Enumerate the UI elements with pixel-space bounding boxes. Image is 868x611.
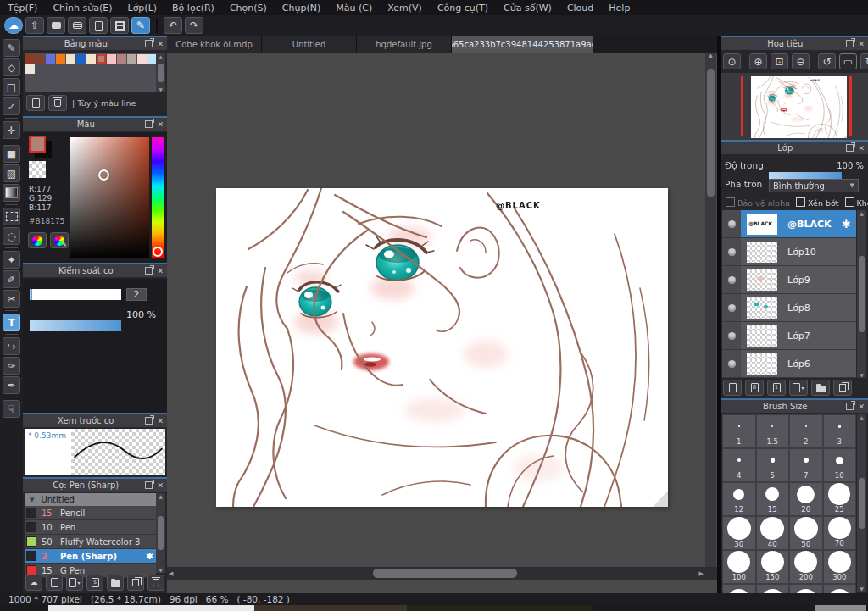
brush-row[interactable]: 10Pen xyxy=(25,520,156,535)
brush-size-cell[interactable]: 150 xyxy=(756,550,790,584)
brush-size-cell[interactable] xyxy=(756,584,790,593)
gear-icon[interactable]: ✱ xyxy=(842,218,851,231)
brush-size-value[interactable]: 2 xyxy=(126,288,147,301)
layer-row[interactable]: Lớp9 xyxy=(722,266,856,294)
color-swatch[interactable] xyxy=(137,54,147,64)
close-icon[interactable]: ✕ xyxy=(157,120,164,129)
doc-s-button[interactable]: s xyxy=(86,575,103,591)
color-swatch[interactable] xyxy=(97,54,106,64)
foreground-color-swatch[interactable] xyxy=(29,136,46,153)
close-icon[interactable]: ✕ xyxy=(157,40,164,48)
layer-option-check[interactable]: Khóa xyxy=(845,198,868,208)
brush-size-cell[interactable]: 15 xyxy=(756,482,790,516)
wheel-pen-button[interactable] xyxy=(50,232,69,248)
close-icon[interactable]: ✕ xyxy=(157,267,164,275)
tool-lasso[interactable]: ◌ xyxy=(3,227,20,245)
layer-visibility-dot[interactable] xyxy=(722,350,741,377)
tool-select-pen[interactable]: ✐ xyxy=(3,270,20,288)
copy-button[interactable] xyxy=(127,575,144,591)
navigator-header[interactable]: Hoa tiêu ✕ xyxy=(721,37,868,50)
sv-marker[interactable] xyxy=(98,169,109,181)
gear-icon[interactable]: ✱ xyxy=(146,551,153,562)
document-button[interactable] xyxy=(89,17,108,34)
menu-item[interactable]: Tệp(F) xyxy=(0,3,45,14)
doc-button[interactable] xyxy=(723,380,742,396)
tool-brush[interactable]: ✎ xyxy=(3,39,20,57)
brush-list-header[interactable]: Cọ: Pen (Sharp) ✕ xyxy=(23,479,167,492)
popout-icon[interactable] xyxy=(846,40,854,47)
canvas-horizontal-scrollbar[interactable]: ◀▶ xyxy=(167,567,719,580)
rotate-left-button[interactable]: ↺ xyxy=(818,53,836,69)
doc8-button[interactable]: 8 xyxy=(745,380,764,396)
brush-size-cell[interactable] xyxy=(722,584,756,593)
tool-gradient[interactable] xyxy=(3,184,20,202)
wheel-button[interactable] xyxy=(28,232,47,248)
cloud-sync-button[interactable]: ☁ xyxy=(4,17,23,34)
brush-size-cell[interactable]: 1 xyxy=(722,414,756,448)
brush-row[interactable]: 2Pen (Sharp)✱ xyxy=(25,549,156,564)
document-tab[interactable]: hqdefault.jpg xyxy=(357,36,452,53)
tool-magic-wand[interactable]: ✦ xyxy=(3,251,20,269)
brush-size-cell[interactable]: 2 xyxy=(789,414,823,448)
color-swatch[interactable] xyxy=(25,54,35,64)
brush-size-scrollbar[interactable]: ▲▼ xyxy=(857,414,866,592)
popout-icon[interactable] xyxy=(145,40,153,47)
popout-icon[interactable] xyxy=(145,267,153,275)
navigator-thumbnail[interactable] xyxy=(751,76,847,138)
brush-row[interactable]: 50Fluffy Watercolor 3 xyxy=(25,535,156,549)
canvas-vertical-scrollbar[interactable]: ▲▼ xyxy=(705,53,716,578)
menu-item[interactable]: Công cụ(T) xyxy=(430,3,496,14)
tool-polyline[interactable]: ✓ xyxy=(3,97,20,115)
brush-size-cell[interactable]: 3 xyxy=(823,414,857,448)
brush-size-cell[interactable]: 20 xyxy=(789,482,823,516)
saturation-value-box[interactable] xyxy=(70,137,149,258)
brush-size-cell[interactable]: 200 xyxy=(789,550,823,584)
menu-item[interactable]: Chụp(N) xyxy=(275,3,328,14)
menu-item[interactable]: Chọn(S) xyxy=(222,3,275,14)
brush-list-scrollbar[interactable]: ▲▼ xyxy=(156,493,165,573)
color-swatch[interactable] xyxy=(46,54,55,64)
hue-marker[interactable] xyxy=(153,247,163,257)
tool-shape-rect[interactable]: □ xyxy=(3,78,20,96)
doc-menu-button[interactable]: ▾ xyxy=(789,380,808,396)
layer-visibility-dot[interactable] xyxy=(722,266,741,293)
hue-bar[interactable] xyxy=(152,137,164,258)
brush-preview-header[interactable]: Xem trước cọ ✕ xyxy=(23,414,167,427)
popout-icon[interactable] xyxy=(846,144,854,152)
brush-size-cell[interactable]: 7 xyxy=(789,448,823,482)
brush-row[interactable]: 15Pencil xyxy=(25,506,156,520)
layer-row[interactable]: Lớp8 xyxy=(722,294,856,322)
popout-icon[interactable] xyxy=(145,120,153,128)
brush-size-cell[interactable]: 50 xyxy=(789,516,823,550)
folder-button[interactable] xyxy=(107,575,124,591)
color-swatch[interactable] xyxy=(36,54,45,64)
close-icon[interactable]: ✕ xyxy=(858,40,865,48)
doc-button[interactable] xyxy=(26,95,45,111)
tool-bucket[interactable]: ▨ xyxy=(3,164,20,182)
menu-item[interactable]: Help xyxy=(601,3,637,14)
color-swatch[interactable] xyxy=(107,54,116,64)
layer-row[interactable]: Lớp7 xyxy=(722,322,856,350)
zoom-out-button[interactable]: ⊖ xyxy=(792,53,810,69)
layer-visibility-dot[interactable] xyxy=(722,322,741,349)
comment-button[interactable] xyxy=(47,17,65,34)
menu-item[interactable]: Cửa sổ(W) xyxy=(496,3,559,14)
tool-fill-rect[interactable]: ■ xyxy=(3,145,20,163)
layer-row[interactable]: Lớp10 xyxy=(722,238,856,266)
upload-button[interactable]: ⇧ xyxy=(25,17,44,34)
form-button[interactable] xyxy=(110,17,129,34)
tool-eraser[interactable]: ◇ xyxy=(3,58,20,76)
trash-button[interactable] xyxy=(48,95,67,111)
layers-header[interactable]: Lớp ✕ xyxy=(721,142,868,154)
redo-button[interactable]: ↷ xyxy=(185,17,203,34)
document-tab[interactable]: Cobe khok òi.mdp xyxy=(167,36,262,53)
tool-move[interactable]: ✛ xyxy=(3,121,20,139)
panel-edit-button[interactable]: ✎ xyxy=(131,17,150,34)
folder-button[interactable] xyxy=(811,380,830,396)
menu-item[interactable]: Bộ lọc(R) xyxy=(164,3,222,14)
popout-icon[interactable] xyxy=(145,481,153,489)
comment-lines-button[interactable] xyxy=(68,17,86,34)
close-icon[interactable]: ✕ xyxy=(858,144,865,153)
tool-eyedropper[interactable]: ✑ xyxy=(3,357,20,375)
tool-select-rect[interactable] xyxy=(3,208,20,225)
